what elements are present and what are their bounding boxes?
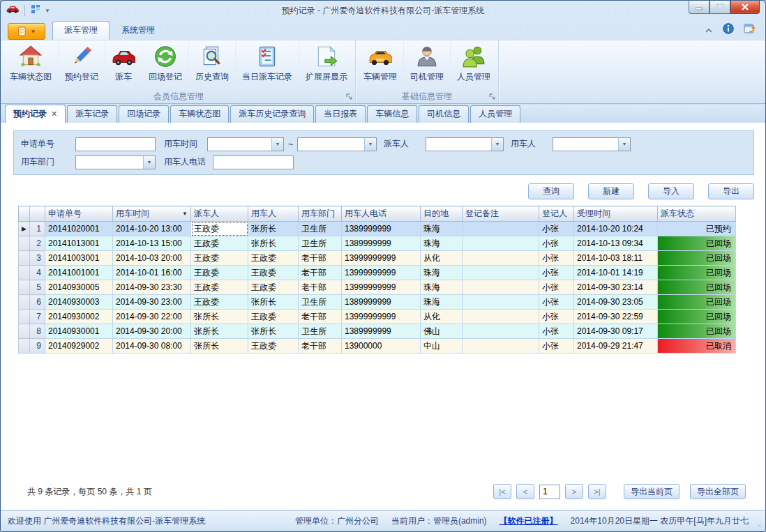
cell-dispatcher[interactable]: 王政委 xyxy=(191,251,248,266)
cell-dest[interactable]: 中山 xyxy=(421,339,463,354)
query-button[interactable]: 查询 xyxy=(528,183,574,199)
last-page-button[interactable]: >| xyxy=(588,484,606,499)
cell-remark[interactable] xyxy=(463,324,539,339)
dispatcher-select[interactable]: ▼ xyxy=(426,137,504,151)
export-button[interactable]: 导出 xyxy=(708,183,754,199)
cell-registrar[interactable]: 小张 xyxy=(539,251,574,266)
layout-icon[interactable] xyxy=(31,4,40,17)
driver-manage-button[interactable]: 司机管理 xyxy=(404,42,451,91)
chevron-down-icon[interactable]: ▼ xyxy=(271,138,283,151)
cell-status[interactable]: 已回场 xyxy=(658,324,736,339)
cell-dest[interactable]: 珠海 xyxy=(421,236,463,251)
row-indicator[interactable] xyxy=(19,251,30,266)
dispatch-button[interactable]: 派车 xyxy=(105,42,142,91)
chevron-down-icon[interactable]: ▼ xyxy=(491,138,503,151)
row-indicator[interactable] xyxy=(19,310,30,324)
column-header[interactable]: 派车人 xyxy=(191,206,248,222)
row-number[interactable]: 7 xyxy=(30,310,45,324)
cell-use_time[interactable]: 2014-10-20 13:00 xyxy=(113,222,191,236)
cell-user[interactable]: 张所长 xyxy=(248,295,299,310)
reserve-register-button[interactable]: 预约登记 xyxy=(59,42,105,91)
cell-dept[interactable]: 卫生所 xyxy=(299,222,342,236)
cell-remark[interactable] xyxy=(463,236,539,251)
cell-dept[interactable]: 老干部 xyxy=(299,339,342,354)
cell-dest[interactable]: 佛山 xyxy=(421,324,463,339)
doc-tab-0[interactable]: 预约记录✕ xyxy=(5,105,66,123)
cell-status[interactable]: 已回场 xyxy=(658,266,736,280)
cell-dest[interactable]: 珠海 xyxy=(421,280,463,295)
cell-user[interactable]: 张所长 xyxy=(248,324,299,339)
help-window-icon[interactable] xyxy=(744,23,756,37)
cell-registrar[interactable]: 小张 xyxy=(539,324,574,339)
new-button[interactable]: 新建 xyxy=(588,183,634,199)
minimize-button[interactable] xyxy=(689,1,709,14)
table-row[interactable]: 3201410030012014-10-03 20:00王政委王政委老干部139… xyxy=(19,251,736,266)
import-button[interactable]: 导入 xyxy=(648,183,694,199)
cell-remark[interactable] xyxy=(463,266,539,280)
table-row[interactable]: 8201409300012014-09-30 20:00张所长张所长卫生所138… xyxy=(19,324,736,339)
next-page-button[interactable]: > xyxy=(565,484,583,499)
column-header[interactable]: 用车部门 xyxy=(299,206,342,222)
cell-order_no[interactable]: 20140930002 xyxy=(45,310,113,324)
cell-remark[interactable] xyxy=(463,251,539,266)
cell-user[interactable]: 王政委 xyxy=(248,251,299,266)
cell-registrar[interactable]: 小张 xyxy=(539,266,574,280)
row-indicator[interactable] xyxy=(19,324,30,339)
cell-dispatcher[interactable]: 张所长 xyxy=(191,324,248,339)
cell-accept_time[interactable]: 2014-10-03 18:11 xyxy=(574,251,658,266)
dialog-launcher-icon[interactable] xyxy=(489,92,495,102)
doc-tab-1[interactable]: 派车记录 xyxy=(67,105,117,123)
cell-status[interactable]: 已预约 xyxy=(658,222,736,236)
cell-status[interactable]: 已回场 xyxy=(658,295,736,310)
chevron-down-icon[interactable]: ▼ xyxy=(618,138,630,151)
doc-tab-8[interactable]: 人员管理 xyxy=(470,105,520,123)
cell-dept[interactable]: 老干部 xyxy=(299,310,342,324)
page-number-input[interactable] xyxy=(539,485,560,499)
ribbon-tab-dispatch[interactable]: 派车管理 xyxy=(52,21,110,40)
return-register-button[interactable]: 回场登记 xyxy=(142,42,189,91)
row-indicator[interactable] xyxy=(19,236,30,251)
row-number[interactable]: 2 xyxy=(30,236,45,251)
cell-phone[interactable]: 1389999999 xyxy=(342,222,421,236)
row-number[interactable]: 9 xyxy=(30,339,45,354)
cell-use_time[interactable]: 2014-10-03 20:00 xyxy=(113,251,191,266)
chevron-down-icon[interactable]: ▼ xyxy=(364,138,376,151)
column-header[interactable] xyxy=(30,206,45,222)
cell-remark[interactable] xyxy=(463,310,539,324)
cell-remark[interactable] xyxy=(463,339,539,354)
cell-order_no[interactable]: 20141001001 xyxy=(45,266,113,280)
table-row[interactable]: 2201410130012014-10-13 15:00王政委张所长卫生所138… xyxy=(19,236,736,251)
cell-user[interactable]: 王政委 xyxy=(248,310,299,324)
vehicle-status-map-button[interactable]: 车辆状态图 xyxy=(3,42,59,91)
column-header[interactable]: 目的地 xyxy=(421,206,463,222)
cell-dispatcher[interactable]: 王政委 xyxy=(191,280,248,295)
cell-user[interactable]: 王政委 xyxy=(248,266,299,280)
cell-dest[interactable]: 珠海 xyxy=(421,295,463,310)
cell-order_no[interactable]: 20141013001 xyxy=(45,236,113,251)
cell-user[interactable]: 张所长 xyxy=(248,236,299,251)
cell-accept_time[interactable]: 2014-09-29 21:47 xyxy=(574,339,658,354)
cell-order_no[interactable]: 20140930005 xyxy=(45,280,113,295)
cell-status[interactable]: 已回场 xyxy=(658,236,736,251)
row-indicator[interactable] xyxy=(19,280,30,295)
export-current-page-button[interactable]: 导出当前页 xyxy=(624,484,679,499)
cell-accept_time[interactable]: 2014-09-30 23:14 xyxy=(574,280,658,295)
table-row[interactable]: 6201409300032014-09-30 23:00王政委张所长卫生所138… xyxy=(19,295,736,310)
doc-tab-3[interactable]: 车辆状态图 xyxy=(170,105,229,123)
column-header[interactable]: 派车状态 xyxy=(658,206,736,222)
row-number[interactable]: 5 xyxy=(30,280,45,295)
close-tab-icon[interactable]: ✕ xyxy=(51,109,57,119)
cell-phone[interactable]: 1389999999 xyxy=(342,295,421,310)
row-number[interactable]: 6 xyxy=(30,295,45,310)
dialog-launcher-icon[interactable] xyxy=(346,92,352,102)
cell-phone[interactable]: 1389999999 xyxy=(342,324,421,339)
cell-use_time[interactable]: 2014-09-30 08:00 xyxy=(113,339,191,354)
order-no-input[interactable] xyxy=(75,137,156,151)
cell-dept[interactable]: 老干部 xyxy=(299,280,342,295)
cell-user[interactable]: 王政委 xyxy=(248,339,299,354)
cell-dept[interactable]: 卫生所 xyxy=(299,236,342,251)
cell-phone[interactable]: 13999999999 xyxy=(342,280,421,295)
row-number[interactable]: 4 xyxy=(30,266,45,280)
cell-dest[interactable]: 珠海 xyxy=(421,266,463,280)
cell-dest[interactable]: 从化 xyxy=(421,251,463,266)
